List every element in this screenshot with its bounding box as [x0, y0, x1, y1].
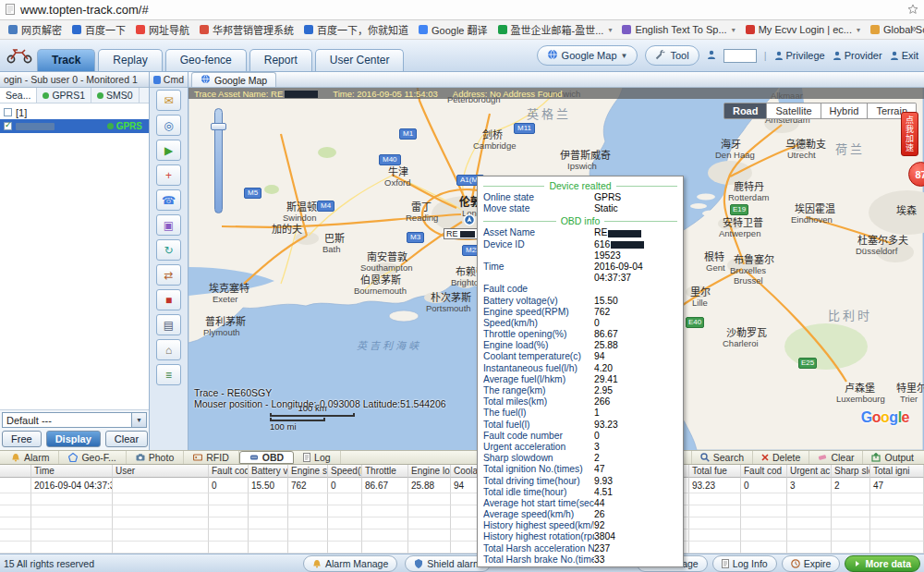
vehicle-marker-icon[interactable]: [463, 213, 476, 228]
refresh-icon[interactable]: ↻: [156, 239, 181, 261]
send-command-icon[interactable]: ✉: [156, 90, 181, 111]
clear-button[interactable]: Clear: [105, 431, 148, 447]
log-info-button[interactable]: Log Info: [712, 555, 777, 572]
tree-node-root[interactable]: [1]: [0, 105, 149, 119]
delete-button-label: Delete: [772, 452, 800, 463]
motorcycle-logo-icon: [6, 44, 33, 67]
provider-link[interactable]: Provider: [833, 50, 882, 61]
info-row: Total Harsh brake No.(times) 33: [483, 554, 677, 566]
sidebar-tab-gprs[interactable]: GPRS1: [37, 88, 91, 103]
sidebar-tab-search[interactable]: Sea...: [0, 88, 37, 103]
bookmark-item[interactable]: 华邦营销管理系统: [195, 20, 298, 39]
free-button[interactable]: Free: [2, 431, 42, 447]
call-icon[interactable]: ☎: [156, 189, 181, 211]
table-header-cell[interactable]: Fault cod: [209, 465, 249, 478]
table-header-cell[interactable]: Throttle: [362, 465, 408, 478]
bookmark-star-icon[interactable]: [907, 4, 918, 17]
bookmark-item[interactable]: 盈世企业邮箱-盈世...: [493, 20, 617, 39]
bookmark-item[interactable]: Google 翻译: [414, 20, 492, 39]
more-data-button[interactable]: More data: [845, 555, 920, 572]
tab-alarm[interactable]: Alarm: [2, 451, 59, 464]
delete-button[interactable]: Delete: [752, 451, 808, 464]
tool-button[interactable]: Tool: [645, 45, 699, 66]
table-header-cell[interactable]: Engine sp: [288, 465, 328, 478]
map-type-satellite-button[interactable]: Satellite: [767, 103, 821, 119]
search-button[interactable]: Search: [691, 451, 752, 464]
table-header-cell[interactable]: Speed(k: [328, 465, 362, 478]
output-button[interactable]: Output: [862, 451, 922, 464]
table-header-cell[interactable]: Urgent ac: [787, 465, 832, 478]
table-row[interactable]: 2016-09-04 04:37:37015.50762086.6725.889…: [0, 478, 924, 493]
tab-geo-fence-bottom[interactable]: Geo-F...: [59, 451, 126, 464]
map-label: Antwerpen: [719, 229, 760, 238]
table-header-cell[interactable]: Battery v: [249, 465, 288, 478]
map-type-road-button[interactable]: Road: [723, 103, 768, 119]
sidebar-tab-sms[interactable]: SMS0: [91, 88, 140, 103]
table-header-cell[interactable]: Engine lo: [408, 465, 451, 478]
info-row-value: 93.23: [594, 420, 677, 431]
quick-input[interactable]: [723, 49, 757, 63]
locate-icon[interactable]: +: [156, 164, 181, 186]
tab-rfid[interactable]: RFID: [184, 451, 239, 464]
google-map-select-button[interactable]: Google Map ▼: [537, 45, 638, 66]
table-cell: 2: [832, 478, 870, 493]
photo-icon[interactable]: ▣: [156, 214, 181, 236]
map-label: E40: [686, 317, 704, 328]
tab-replay[interactable]: Replay: [98, 49, 162, 71]
tab-geo-fence[interactable]: Geo-fence: [165, 49, 247, 71]
chevron-down-icon[interactable]: ▼: [132, 412, 147, 428]
zoom-handle[interactable]: [211, 123, 226, 130]
device-info-panel[interactable]: Device realted Online state GPRS Move st…: [477, 176, 684, 567]
map-zoom-slider[interactable]: [211, 108, 226, 219]
tab-track[interactable]: Track: [37, 49, 95, 71]
vehicle-label[interactable]: RE: [444, 228, 478, 239]
speedup-plugin-badge[interactable]: 点我加速: [901, 112, 918, 156]
privilege-link[interactable]: Privilege: [774, 50, 825, 61]
table-cell: [870, 493, 924, 505]
bookmark-item[interactable]: English Text To Sp...: [617, 22, 739, 37]
table-header-cell[interactable]: Time: [31, 465, 113, 478]
tab-user-center[interactable]: User Center: [315, 49, 405, 71]
table-header-cell[interactable]: Total fue: [689, 465, 741, 478]
bookmark-item[interactable]: 网址导航: [131, 20, 194, 39]
tab-obd[interactable]: OBD: [239, 451, 294, 464]
display-button[interactable]: Display: [46, 431, 101, 447]
tab-log[interactable]: Log: [294, 451, 341, 464]
bookmark-item[interactable]: 网页解密: [4, 20, 67, 39]
clear-table-button[interactable]: Clear: [808, 451, 862, 464]
table-cell: [741, 542, 787, 554]
camera-icon: [136, 454, 145, 461]
map-type-hybrid-button[interactable]: Hybrid: [821, 103, 869, 119]
track-icon[interactable]: ◎: [156, 115, 181, 136]
info-row-value: 3: [594, 442, 677, 453]
alarm-manage-button[interactable]: Alarm Manage: [303, 555, 397, 572]
stop-icon[interactable]: ■: [156, 289, 181, 310]
expire-button[interactable]: Expire: [782, 555, 841, 572]
table-cell: [328, 505, 362, 517]
table-header-cell[interactable]: Total igni: [870, 465, 924, 478]
playback-icon[interactable]: ▶: [156, 140, 181, 161]
exit-link[interactable]: Exit: [890, 50, 918, 61]
bookmark-item[interactable]: 百度一下: [67, 20, 130, 39]
table-header-cell[interactable]: [0, 465, 31, 478]
checkbox[interactable]: [4, 108, 12, 116]
table-header-cell[interactable]: Fault cod: [741, 465, 787, 478]
report-icon[interactable]: ▤: [156, 314, 181, 335]
tab-photo[interactable]: Photo: [127, 451, 184, 464]
group-select[interactable]: Default ---: [2, 412, 132, 428]
list-icon[interactable]: ≡: [156, 364, 181, 385]
tab-report[interactable]: Report: [249, 49, 312, 71]
home-icon[interactable]: ⌂: [156, 339, 181, 360]
table-cell: [209, 493, 249, 505]
checkbox[interactable]: [4, 122, 12, 130]
table-cell: [249, 542, 288, 554]
route-icon[interactable]: ⇄: [156, 264, 181, 286]
table-header-cell[interactable]: User: [113, 465, 209, 478]
tree-node-device[interactable]: GPRS: [0, 119, 149, 133]
google-map-tab[interactable]: Google Map: [191, 72, 276, 87]
bookmark-item[interactable]: 百度一下，你就知道: [299, 20, 413, 39]
bookmarks-overflow-chevron[interactable]: »: [905, 22, 922, 35]
url-text[interactable]: www.topten-track.com/#: [20, 3, 902, 17]
table-header-cell[interactable]: Sharp slo: [832, 465, 870, 478]
bookmark-item[interactable]: My Ecvv Login | ec...: [741, 22, 865, 37]
